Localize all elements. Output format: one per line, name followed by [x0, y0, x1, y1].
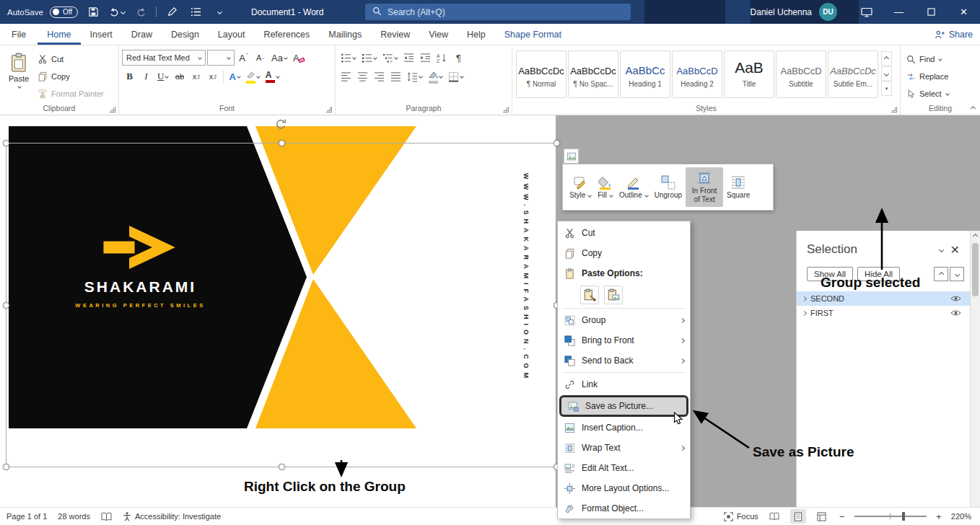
clipboard-dialog-launcher-icon[interactable]	[110, 107, 115, 112]
tab-shape-format[interactable]: Shape Format	[495, 24, 571, 45]
shrink-font-button[interactable]: Aˇ	[253, 50, 268, 66]
menu-item-bring-to-front[interactable]: Bring to Front	[558, 330, 690, 350]
expand-chevron-icon[interactable]	[802, 310, 807, 315]
vertical-scrollbar[interactable]	[970, 231, 980, 525]
menu-item-wrap-text[interactable]: Wrap Text	[558, 438, 690, 458]
styles-more-button[interactable]: ▾	[881, 81, 892, 96]
menu-item-copy[interactable]: Copy	[558, 243, 690, 263]
autosave-toggle[interactable]: Off	[50, 6, 78, 18]
style-normal[interactable]: AaBbCcDc ¶ Normal	[516, 50, 566, 98]
menu-item-format-object[interactable]: Format Object...	[558, 498, 690, 519]
outline-button[interactable]: Outline	[616, 167, 651, 207]
move-down-button[interactable]	[950, 267, 964, 281]
tab-layout[interactable]: Layout	[209, 24, 255, 45]
tab-draw[interactable]: Draw	[122, 24, 162, 45]
layer-item-first[interactable]: FIRST	[797, 306, 970, 320]
tab-file[interactable]: File	[0, 24, 38, 45]
tab-design[interactable]: Design	[162, 24, 209, 45]
tab-help[interactable]: Help	[458, 24, 495, 45]
customize-toolbar-chevron-icon[interactable]	[211, 3, 228, 22]
styles-scroll-down-button[interactable]	[881, 66, 892, 81]
save-icon[interactable]	[84, 3, 102, 22]
handle-top-left[interactable]	[3, 140, 9, 146]
menu-item-cut[interactable]: Cut	[558, 223, 690, 243]
search-bar[interactable]	[365, 4, 631, 20]
shading-button[interactable]	[426, 69, 445, 85]
move-up-button[interactable]	[934, 267, 948, 281]
select-button[interactable]: Select	[904, 86, 977, 102]
strikethrough-button[interactable]: ab	[172, 69, 187, 85]
print-layout-button[interactable]	[790, 509, 806, 524]
menu-item-send-to-back[interactable]: Send to Back	[558, 350, 690, 371]
style-subtle-emphasis[interactable]: AaBbCcDc Subtle Em...	[828, 50, 878, 98]
align-left-button[interactable]	[338, 69, 354, 85]
user-name[interactable]: Daniel Uchenna	[751, 7, 812, 17]
scrollbar-thumb[interactable]	[972, 243, 979, 296]
numbering-button[interactable]	[359, 50, 379, 66]
format-painter-button[interactable]: Format Painter	[35, 86, 107, 102]
font-name-combo[interactable]: Red Hat Text Med	[122, 50, 206, 66]
layer-item-second[interactable]: SECOND	[797, 291, 970, 306]
tab-mailings[interactable]: Mailings	[319, 24, 371, 45]
style-heading1[interactable]: AaBbCc Heading 1	[620, 50, 670, 98]
align-right-button[interactable]	[372, 69, 387, 85]
paste-keep-formatting-button[interactable]	[580, 286, 599, 304]
font-size-combo[interactable]	[207, 50, 235, 66]
justify-button[interactable]	[388, 69, 403, 85]
style-heading2[interactable]: AaBbCcD Heading 2	[672, 50, 722, 98]
undo-icon[interactable]	[108, 3, 126, 22]
collapse-ribbon-chevron-icon[interactable]	[971, 102, 975, 112]
quick-commands-icon[interactable]	[187, 3, 204, 22]
line-spacing-button[interactable]	[405, 69, 424, 85]
selected-object-icon[interactable]	[564, 149, 579, 164]
handle-top-right[interactable]	[554, 140, 560, 146]
document-page[interactable]: SHAKARAMI WEARING PERFECT SMILES WWW.SHA…	[0, 115, 556, 507]
focus-mode-button[interactable]: Focus	[724, 512, 758, 521]
paragraph-dialog-launcher-icon[interactable]	[503, 107, 509, 112]
pane-options-chevron-icon[interactable]	[939, 247, 944, 252]
font-dialog-launcher-icon[interactable]	[326, 107, 332, 112]
close-button[interactable]: ✕	[948, 0, 980, 24]
style-subtitle[interactable]: AaBbCcD Subtitle	[776, 50, 826, 98]
increase-indent-button[interactable]	[418, 50, 433, 66]
superscript-button[interactable]: x2	[205, 69, 220, 85]
copy-button[interactable]: Copy	[35, 69, 107, 84]
zoom-in-button[interactable]: +	[935, 511, 943, 522]
eye-icon[interactable]	[950, 295, 961, 302]
text-effects-button[interactable]: A	[227, 69, 242, 85]
underline-button[interactable]: U	[155, 69, 170, 85]
rotate-handle-icon[interactable]	[274, 118, 287, 131]
highlight-color-button[interactable]	[244, 69, 262, 85]
tab-review[interactable]: Review	[371, 24, 419, 45]
handle-middle-left[interactable]	[3, 302, 9, 309]
styles-scroll-up-button[interactable]	[881, 51, 892, 66]
maximize-button[interactable]	[915, 0, 948, 24]
draw-pen-icon[interactable]	[163, 3, 180, 22]
tab-references[interactable]: References	[254, 24, 319, 45]
ungroup-button[interactable]: Ungroup	[652, 167, 685, 207]
square-wrap-button[interactable]: Square	[724, 167, 753, 207]
accessibility-status[interactable]: Accessibility: Investigate	[123, 512, 221, 521]
borders-button[interactable]	[446, 69, 465, 85]
grow-font-button[interactable]: Aˆ	[236, 50, 251, 66]
handle-bottom-left[interactable]	[3, 464, 9, 470]
display-settings-icon[interactable]	[850, 0, 883, 24]
fill-button[interactable]: Fill	[595, 167, 616, 207]
decrease-indent-button[interactable]	[401, 50, 416, 66]
read-mode-button[interactable]	[766, 509, 782, 524]
bullets-button[interactable]	[338, 50, 358, 66]
share-button[interactable]: Share	[935, 24, 973, 45]
find-button[interactable]: Find	[904, 51, 977, 67]
show-paragraph-marks-button[interactable]: ¶	[451, 50, 466, 66]
zoom-slider-thumb[interactable]	[902, 512, 905, 521]
handle-top-center[interactable]	[279, 140, 285, 146]
clear-formatting-button[interactable]: A	[291, 50, 307, 66]
subscript-button[interactable]: x2	[188, 69, 204, 85]
menu-item-link[interactable]: Link	[558, 374, 690, 394]
handle-bottom-center[interactable]	[279, 464, 285, 470]
menu-item-edit-alt-text[interactable]: Edit Alt Text...	[558, 458, 690, 478]
web-layout-button[interactable]	[814, 509, 830, 524]
italic-button[interactable]: I	[139, 69, 154, 85]
tab-view[interactable]: View	[419, 24, 458, 45]
sort-button[interactable]: AZ	[434, 50, 450, 66]
